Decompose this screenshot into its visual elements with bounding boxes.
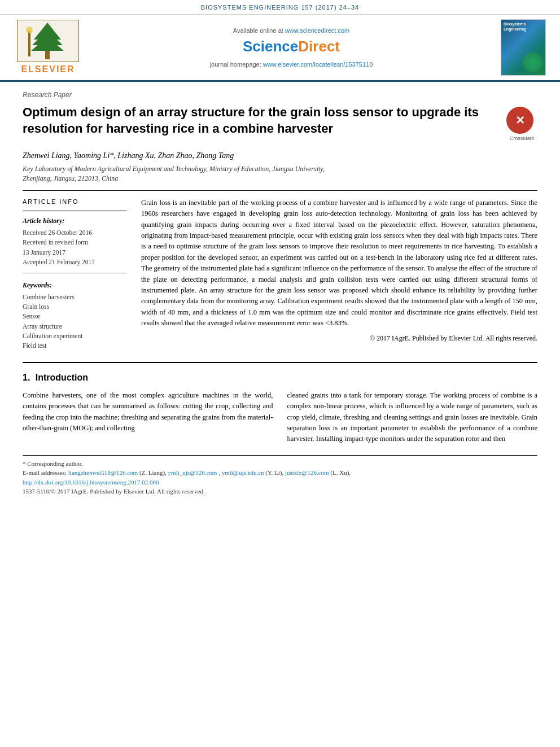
svg-rect-1 [45, 51, 50, 59]
received-date: Received 26 October 2016 [23, 228, 127, 238]
crossmark-icon: ✕ [506, 107, 533, 134]
page-section-divider [23, 362, 537, 363]
keywords-section: Keywords: Combine harvesters Grain loss … [23, 281, 127, 351]
cover-title-text: Biosystems Engineering [504, 22, 543, 32]
copyright-notice: © 2017 IAgrE. Published by Elsevier Ltd.… [141, 333, 537, 344]
keyword-1: Combine harvesters [23, 292, 127, 302]
svg-rect-5 [28, 31, 30, 56]
email-link-3[interactable]: ymli@ujs.edu.cn [222, 469, 264, 476]
email-link-1[interactable]: liangzhenwei518@126.com [68, 469, 138, 476]
sciencedirect-logo: ScienceDirect [90, 36, 492, 56]
corresponding-author-note: * Corresponding author. [23, 459, 537, 469]
info-divider [23, 211, 127, 212]
keyword-2: Grain loss [23, 302, 127, 312]
intro-left-column: Combine harvesters, one of the most comp… [23, 390, 273, 445]
history-title: Article history: [23, 216, 127, 226]
elsevier-brand-text: ELSEVIER [21, 63, 75, 76]
accepted-date: Accepted 21 February 2017 [23, 257, 127, 267]
elsevier-logo: ELSEVIER [11, 20, 85, 76]
issn-footnote: 1537-5110/© 2017 IAgrE. Published by Els… [23, 487, 537, 496]
paper-content: Research Paper Optimum design of an arra… [0, 82, 560, 504]
doi-link[interactable]: http://dx.doi.org/10.1016/j.biosystemsen… [23, 479, 159, 486]
intro-right-column: cleaned grains into a tank for temporary… [287, 390, 538, 445]
abstract-section: Grain loss is an inevitable part of the … [141, 198, 537, 351]
top-banner: ELSEVIER Available online at www.science… [0, 15, 560, 82]
keywords-title: Keywords: [23, 281, 127, 290]
crossmark-badge[interactable]: ✕ CrossMark [506, 107, 537, 142]
journal-homepage-url[interactable]: www.elsevier.com/locate/issn/15375110 [263, 61, 373, 68]
article-main-columns: ARTICLE INFO Article history: Received 2… [23, 198, 537, 351]
introduction-body: Combine harvesters, one of the most comp… [23, 390, 537, 445]
sciencedirect-url[interactable]: www.sciencedirect.com [285, 27, 349, 34]
cover-image: Biosystems Engineering [501, 19, 546, 76]
email-link-2[interactable]: ymli_ujs@126.com [168, 469, 217, 476]
keywords-divider [23, 273, 127, 274]
article-info-heading: ARTICLE INFO [23, 198, 127, 206]
section-divider [23, 190, 537, 191]
authors-list: Zhenwei Liang, Yaoming Li*, Lizhang Xu, … [23, 150, 537, 161]
paper-type-label: Research Paper [23, 90, 537, 100]
email-footnotes: E-mail addresses: liangzhenwei518@126.co… [23, 468, 537, 478]
keyword-3: Sensor [23, 312, 127, 321]
abstract-text: Grain loss is an inevitable part of the … [141, 198, 537, 329]
intro-left-text: Combine harvesters, one of the most comp… [23, 390, 273, 434]
revised-label: Received in revised form [23, 238, 127, 247]
intro-right-text: cleaned grains into a tank for temporary… [287, 390, 538, 445]
paper-title-row: Optimum design of an array structure for… [23, 104, 537, 142]
keyword-5: Calibration experiment [23, 331, 127, 341]
journal-homepage-text: journal homepage: www.elsevier.com/locat… [90, 60, 492, 69]
svg-point-6 [26, 27, 33, 33]
journal-header: BIOSYSTEMS ENGINEERING 157 (2017) 24–34 [0, 0, 560, 15]
email-link-4[interactable]: justxlz@126.com [285, 469, 329, 476]
introduction-heading: 1. Introduction [23, 372, 537, 384]
article-info-panel: ARTICLE INFO Article history: Received 2… [23, 198, 127, 351]
affiliation: Key Laboratory of Modern Agricultural Eq… [23, 164, 537, 184]
center-info: Available online at www.sciencedirect.co… [85, 27, 498, 69]
keyword-4: Array structure [23, 322, 127, 331]
footnotes-area: * Corresponding author. E-mail addresses… [23, 455, 537, 496]
cover-decorative-circle [523, 53, 542, 72]
journal-cover: Biosystems Engineering [498, 19, 549, 76]
revised-date: 13 January 2017 [23, 248, 127, 257]
paper-title: Optimum design of an array structure for… [23, 104, 506, 137]
keyword-6: Field test [23, 341, 127, 351]
doi-footnote: http://dx.doi.org/10.1016/j.biosystemsen… [23, 478, 537, 487]
available-online-text: Available online at www.sciencedirect.co… [90, 27, 492, 35]
crossmark-label: CrossMark [506, 135, 537, 142]
elsevier-tree-icon [17, 20, 79, 62]
